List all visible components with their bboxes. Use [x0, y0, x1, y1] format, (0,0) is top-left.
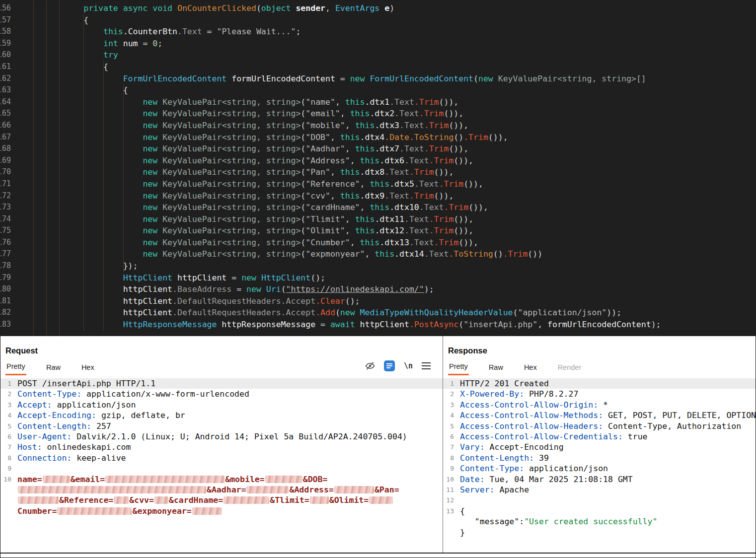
code-line: 181 httpClient.DefaultRequestHeaders.Acc… [0, 295, 756, 307]
code-line: 167 new KeyValuePair<string, string>("DO… [0, 132, 756, 143]
line-number: 168 [0, 143, 24, 155]
request-message[interactable]: 1POST /insertApi.php HTTP/1.12Content-Ty… [0, 378, 443, 516]
response-line: 6Access-Control-Allow-Credentials: true [443, 431, 756, 442]
line-number: 5 [0, 421, 11, 431]
response-line: 4Access-Control-Allow-Methods: GET, POST… [443, 410, 756, 420]
line-number: 180 [0, 283, 24, 295]
redacted-value [57, 507, 132, 515]
newline-icon[interactable]: \n [404, 361, 413, 370]
code-line: 176 new KeyValuePair<string, string>("Cn… [0, 237, 756, 249]
tab-raw[interactable]: Raw [488, 360, 504, 375]
line-number: 8 [0, 453, 11, 463]
code-line: 177 new KeyValuePair<string, string>("ex… [0, 248, 756, 260]
line-number: 175 [0, 225, 24, 237]
request-title: Request [0, 336, 443, 355]
code-line: 178 }); [0, 260, 756, 272]
code-line: 161 { [0, 61, 756, 73]
response-line: 1HTTP/2 201 Created [443, 378, 756, 389]
line-number: 6 [443, 431, 454, 442]
code-line: 159 int num = 0; [0, 38, 756, 50]
redacted-value [265, 476, 302, 483]
line-number: 170 [0, 166, 24, 178]
line-number: 2 [443, 389, 454, 399]
line-number: 169 [0, 155, 24, 167]
tab-pretty[interactable]: Pretty [5, 359, 26, 375]
redacted-value [192, 507, 222, 515]
line-number: 162 [0, 73, 24, 85]
indent-guide [83, 14, 84, 331]
code-line: 175 new KeyValuePair<string, string>("Ol… [0, 225, 756, 237]
redacted-value [224, 496, 269, 504]
request-panel: Request PrettyRawHex [0, 336, 443, 553]
line-number: 157 [0, 14, 24, 26]
line-number [443, 527, 454, 538]
redacted-value [105, 476, 225, 483]
line-number: 159 [0, 38, 24, 50]
pretty-format-icon[interactable] [384, 360, 395, 371]
request-line: 2Content-Type: application/x-www-form-ur… [0, 389, 443, 399]
code-line: 160 try [0, 49, 756, 61]
request-toolbar: \n [365, 360, 431, 371]
line-number: 163 [0, 84, 24, 96]
request-line: &Aadhar=&Address=&Pan= [0, 485, 443, 495]
code-line: 171 new KeyValuePair<string, string>("Re… [0, 178, 756, 190]
response-line: 11Server: Apache [443, 485, 756, 495]
tab-hex[interactable]: Hex [80, 360, 95, 375]
redacted-value [154, 496, 168, 504]
eye-off-icon[interactable] [365, 361, 375, 371]
response-line: 12 [443, 495, 756, 505]
response-tabs: PrettyRawHexRender [448, 359, 601, 375]
line-number: 160 [0, 49, 24, 61]
code-line: 172 new KeyValuePair<string, string>("cv… [0, 190, 756, 202]
tab-raw[interactable]: Raw [45, 360, 62, 375]
line-number: 167 [0, 132, 24, 143]
code-line: 157 { [0, 14, 756, 26]
line-number: 161 [0, 61, 24, 73]
line-number: 12 [443, 495, 454, 505]
line-number: 7 [443, 442, 454, 452]
response-message[interactable]: 1HTTP/2 201 Created2X-Powered-By: PHP/8.… [443, 378, 756, 538]
line-number: 4 [0, 410, 11, 420]
line-number [443, 516, 454, 527]
line-number: 1 [0, 378, 11, 389]
indent-guide [123, 84, 124, 272]
bottom-rule [0, 553, 756, 554]
response-line: 9Content-Type: application/json [443, 463, 756, 474]
response-title: Response [443, 336, 756, 355]
request-line: 5Content-Length: 257 [0, 421, 443, 431]
http-message-area: Request PrettyRawHex [0, 336, 756, 558]
response-tabbar: PrettyRawHexRender [448, 359, 756, 375]
request-line: &Reference=&cvv=&cardHname=&Tlimit=&Olim… [0, 495, 443, 505]
code-line: 166 new KeyValuePair<string, string>("mo… [0, 120, 756, 132]
code-line: 168 new KeyValuePair<string, string>("Aa… [0, 143, 756, 155]
tab-hex[interactable]: Hex [523, 360, 538, 375]
tab-render[interactable]: Render [557, 360, 583, 375]
line-number: 9 [0, 463, 11, 474]
code-line: 173 new KeyValuePair<string, string>("ca… [0, 202, 756, 213]
line-number: 174 [0, 213, 24, 225]
line-number: 1 [443, 378, 454, 389]
response-line: 10Date: Tue, 04 Mar 2025 21:08:18 GMT [443, 474, 756, 485]
request-tabs: PrettyRawHex [5, 359, 114, 375]
code-line: 164 new KeyValuePair<string, string>("na… [0, 96, 756, 108]
line-number: 182 [0, 307, 24, 319]
request-line: 3Accept: application/json [0, 400, 443, 410]
line-number [0, 485, 11, 495]
line-number: 3 [0, 400, 11, 410]
response-line: "message":"User created successfully" [443, 516, 756, 527]
code-line: 174 new KeyValuePair<string, string>("Tl… [0, 213, 756, 225]
redacted-value [43, 476, 70, 483]
line-number: 3 [443, 400, 454, 410]
line-number: 179 [0, 272, 24, 284]
response-line: 3Access-Control-Allow-Origin: * [443, 400, 756, 410]
code-line: 179 HttpClient httpClient = new HttpClie… [0, 272, 756, 284]
tab-pretty[interactable]: Pretty [448, 359, 469, 375]
line-number: 10 [0, 474, 11, 485]
code-line: 183 HttpResponseMessage httpResponseMess… [0, 319, 756, 331]
code-line: 170 new KeyValuePair<string, string>("Pa… [0, 166, 756, 178]
menu-icon[interactable] [422, 362, 431, 369]
line-number: 9 [443, 463, 454, 474]
request-line: 10name=&email=&mobile=&DOB= [0, 474, 443, 485]
response-line: 7Vary: Accept-Encoding [443, 442, 756, 452]
code-editor[interactable]: 156 private async void OnCounterClicked(… [0, 0, 756, 336]
